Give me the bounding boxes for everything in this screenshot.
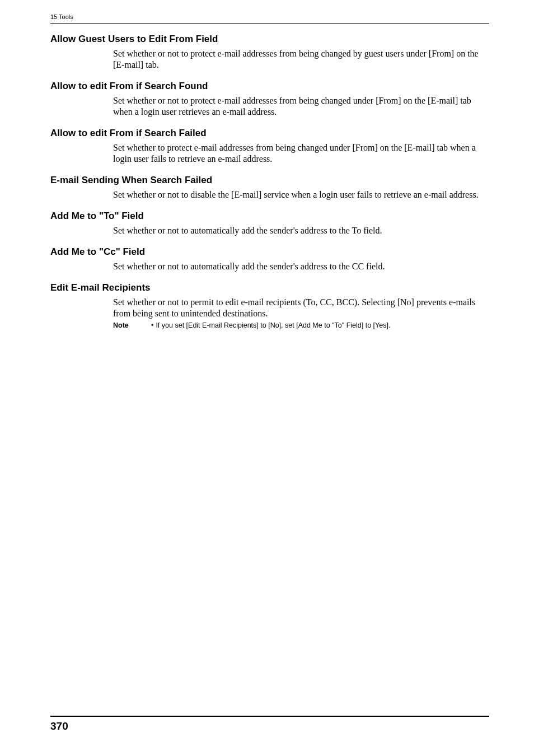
section-allow-edit-from-failed: Allow to edit From if Search Failed Set … bbox=[50, 128, 489, 165]
section-body: Set whether or not to automatically add … bbox=[113, 261, 489, 272]
chapter-label: 15 Tools bbox=[50, 13, 73, 20]
section-add-me-cc: Add Me to "Cc" Field Set whether or not … bbox=[50, 246, 489, 272]
bullet-icon: • bbox=[151, 321, 153, 329]
section-heading: Allow to edit From if Search Found bbox=[50, 81, 489, 92]
section-body: Set whether or not to automatically add … bbox=[113, 225, 489, 236]
section-body: Set whether or not to disable the [E-mai… bbox=[113, 189, 489, 200]
section-body: Set whether or not to protect e-mail add… bbox=[113, 48, 489, 71]
note-label: Note bbox=[113, 321, 151, 329]
note-row: Note • If you set [Edit E-mail Recipient… bbox=[113, 321, 489, 329]
note-text: If you set [Edit E-mail Recipients] to [… bbox=[156, 321, 390, 329]
section-body: Set whether to protect e-mail addresses … bbox=[113, 142, 489, 165]
page-footer: 370 bbox=[50, 716, 489, 732]
section-body: Set whether or not to permit to edit e-m… bbox=[113, 297, 489, 319]
section-heading: Add Me to "Cc" Field bbox=[50, 246, 489, 258]
section-body: Set whether or not to protect e-mail add… bbox=[113, 95, 489, 118]
section-heading: Allow Guest Users to Edit From Field bbox=[50, 34, 489, 45]
section-edit-email-recipients: Edit E-mail Recipients Set whether or no… bbox=[50, 282, 489, 329]
section-heading: Edit E-mail Recipients bbox=[50, 282, 489, 293]
section-allow-guest-users: Allow Guest Users to Edit From Field Set… bbox=[50, 34, 489, 71]
section-heading: E-mail Sending When Search Failed bbox=[50, 175, 489, 186]
section-heading: Allow to edit From if Search Failed bbox=[50, 128, 489, 139]
section-add-me-to: Add Me to "To" Field Set whether or not … bbox=[50, 211, 489, 236]
section-heading: Add Me to "To" Field bbox=[50, 211, 489, 222]
page-header: 15 Tools bbox=[50, 11, 489, 24]
section-allow-edit-from-found: Allow to edit From if Search Found Set w… bbox=[50, 81, 489, 118]
section-email-sending-failed: E-mail Sending When Search Failed Set wh… bbox=[50, 175, 489, 200]
page-number: 370 bbox=[50, 720, 68, 732]
